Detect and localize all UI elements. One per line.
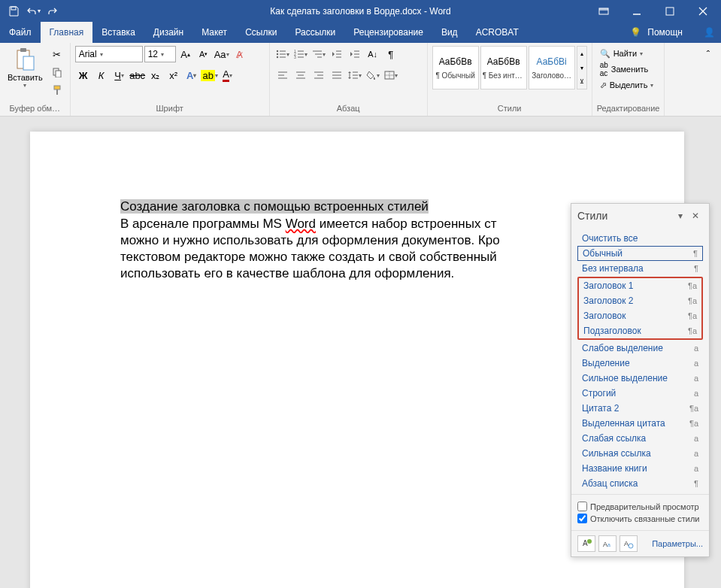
justify-icon[interactable] bbox=[329, 67, 345, 83]
style-item-list-paragraph[interactable]: Абзац списка¶ bbox=[577, 476, 703, 491]
font-size-combo[interactable]: 12▾ bbox=[144, 46, 176, 62]
style-item-subtle-reference[interactable]: Слабая ссылкаa bbox=[577, 431, 703, 446]
tell-me-label[interactable]: Помощн bbox=[647, 27, 683, 38]
style-item-heading2[interactable]: Заголовок 2¶a bbox=[579, 293, 701, 308]
select-button[interactable]: ⬀Выделить▾ bbox=[597, 77, 657, 92]
style-normal[interactable]: АаБбВв¶ Обычный bbox=[432, 46, 479, 89]
cut-icon[interactable]: ✂ bbox=[49, 46, 65, 62]
decrease-indent-icon[interactable] bbox=[329, 46, 345, 62]
style-item-emphasis[interactable]: Выделениеa bbox=[577, 356, 703, 371]
tab-file[interactable]: Файл bbox=[0, 22, 41, 43]
svg-text:A: A bbox=[624, 540, 629, 547]
group-font: Arial▾ 12▾ A▴ A▾ Aa▾ A̷ Ж К Ч▾ abc x₂ x²… bbox=[71, 43, 270, 116]
sort-icon[interactable]: A↓ bbox=[365, 46, 381, 62]
style-item-subtitle[interactable]: Подзаголовок¶a bbox=[579, 323, 701, 338]
styles-options-link[interactable]: Параметры... bbox=[652, 539, 703, 548]
line-spacing-icon[interactable]: ▾ bbox=[347, 67, 363, 83]
style-item-normal[interactable]: Обычный¶ bbox=[577, 246, 703, 261]
ribbon-options-icon[interactable] bbox=[589, 0, 619, 22]
italic-button[interactable]: К bbox=[93, 67, 110, 83]
subscript-button[interactable]: x₂ bbox=[147, 67, 164, 83]
change-case-icon[interactable]: Aa▾ bbox=[214, 46, 230, 62]
style-item-quote[interactable]: Цитата 2¶a bbox=[577, 401, 703, 416]
share-icon[interactable]: 👤 bbox=[704, 27, 715, 38]
grow-font-icon[interactable]: A▴ bbox=[177, 46, 194, 62]
bold-button[interactable]: Ж bbox=[75, 67, 92, 83]
manage-styles-icon[interactable]: A bbox=[620, 535, 638, 552]
pane-close-icon[interactable]: ✕ bbox=[688, 208, 703, 223]
group-label-styles: Стили bbox=[432, 102, 587, 114]
tab-layout[interactable]: Макет bbox=[192, 22, 236, 43]
titlebar: ▾ Как сделать заголовки в Ворде.docx - W… bbox=[0, 0, 721, 22]
multilevel-list-icon[interactable]: ▾ bbox=[311, 46, 327, 62]
styles-gallery-more[interactable]: ▴▾⊻ bbox=[577, 46, 587, 89]
highlight-icon[interactable]: ab▾ bbox=[201, 67, 218, 83]
font-color-icon[interactable]: A▾ bbox=[220, 67, 236, 83]
save-icon[interactable] bbox=[6, 4, 21, 19]
style-clear-all[interactable]: Очистить все bbox=[577, 231, 703, 246]
undo-icon[interactable]: ▾ bbox=[26, 4, 41, 19]
find-button[interactable]: 🔍Найти▾ bbox=[597, 46, 657, 61]
shrink-font-icon[interactable]: A▾ bbox=[195, 46, 212, 62]
new-style-icon[interactable]: A bbox=[577, 535, 595, 552]
align-center-icon[interactable] bbox=[292, 67, 309, 83]
align-left-icon[interactable] bbox=[274, 67, 291, 83]
numbering-icon[interactable]: 123▾ bbox=[292, 46, 309, 62]
format-painter-icon[interactable] bbox=[49, 82, 65, 99]
document-area[interactable]: Создание заголовка с помощью встроенных … bbox=[0, 117, 721, 588]
increase-indent-icon[interactable] bbox=[347, 46, 363, 62]
tab-home[interactable]: Главная bbox=[41, 22, 93, 43]
document-heading[interactable]: Создание заголовка с помощью встроенных … bbox=[120, 199, 429, 214]
style-item-intense-emphasis[interactable]: Сильное выделениеa bbox=[577, 371, 703, 386]
copy-icon[interactable] bbox=[49, 64, 65, 80]
replace-button[interactable]: abacЗаменить bbox=[597, 62, 657, 77]
strikethrough-button[interactable]: abc bbox=[129, 67, 146, 83]
collapse-ribbon-icon[interactable]: ˆ bbox=[700, 46, 716, 62]
tab-design[interactable]: Дизайн bbox=[144, 22, 192, 43]
maximize-icon[interactable] bbox=[655, 0, 685, 22]
document-body[interactable]: В арсенале программы MS Word имеется наб… bbox=[120, 216, 594, 282]
paste-button[interactable]: Вставить ▾ bbox=[5, 46, 46, 90]
svg-point-14 bbox=[276, 50, 277, 52]
borders-icon[interactable]: ▾ bbox=[383, 67, 399, 83]
style-item-no-spacing[interactable]: Без интервала¶ bbox=[577, 261, 703, 276]
preview-checkbox[interactable]: Предварительный просмотр bbox=[577, 502, 703, 511]
clear-formatting-icon[interactable]: A̷ bbox=[232, 46, 248, 62]
styles-pane-title: Стили bbox=[577, 210, 673, 222]
font-name-combo[interactable]: Arial▾ bbox=[75, 46, 143, 62]
style-item-subtle-emphasis[interactable]: Слабое выделениеa bbox=[577, 341, 703, 356]
text-effects-icon[interactable]: A▾ bbox=[183, 67, 200, 83]
bullets-icon[interactable]: ▾ bbox=[274, 46, 291, 62]
style-item-book-title[interactable]: Название книгиa bbox=[577, 461, 703, 476]
style-inspector-icon[interactable]: Aa bbox=[598, 535, 616, 552]
style-item-strong[interactable]: Строгийa bbox=[577, 386, 703, 401]
tab-review[interactable]: Рецензирование bbox=[344, 22, 432, 43]
superscript-button[interactable]: x² bbox=[165, 67, 182, 83]
shading-icon[interactable]: ▾ bbox=[365, 67, 381, 83]
svg-point-59 bbox=[629, 544, 633, 548]
show-marks-icon[interactable]: ¶ bbox=[383, 46, 399, 62]
align-right-icon[interactable] bbox=[311, 67, 327, 83]
disable-linked-checkbox[interactable]: Отключить связанные стили bbox=[577, 514, 703, 523]
minimize-icon[interactable] bbox=[622, 0, 652, 22]
tab-references[interactable]: Ссылки bbox=[236, 22, 286, 43]
tab-view[interactable]: Вид bbox=[432, 22, 467, 43]
tell-me-icon[interactable]: 💡 bbox=[630, 27, 641, 38]
style-item-heading1[interactable]: Заголовок 1¶a bbox=[579, 278, 701, 293]
style-item-intense-reference[interactable]: Сильная ссылкаa bbox=[577, 446, 703, 461]
svg-point-18 bbox=[276, 56, 277, 58]
svg-rect-11 bbox=[56, 71, 61, 77]
style-item-title[interactable]: Заголовок¶a bbox=[579, 308, 701, 323]
underline-button[interactable]: Ч▾ bbox=[111, 67, 128, 83]
style-heading[interactable]: АаБбВіЗаголово… bbox=[529, 46, 575, 89]
tab-insert[interactable]: Вставка bbox=[92, 22, 144, 43]
pane-menu-icon[interactable]: ▾ bbox=[673, 208, 688, 223]
group-label-paragraph: Абзац bbox=[274, 102, 423, 114]
tab-acrobat[interactable]: ACROBAT bbox=[467, 22, 528, 43]
style-item-intense-quote[interactable]: Выделенная цитата¶a bbox=[577, 416, 703, 431]
redo-icon[interactable] bbox=[45, 4, 60, 19]
style-no-spacing[interactable]: АаБбВв¶ Без инте… bbox=[480, 46, 527, 89]
tab-mailings[interactable]: Рассылки bbox=[286, 22, 344, 43]
close-icon[interactable] bbox=[688, 0, 718, 22]
svg-rect-2 bbox=[599, 8, 608, 11]
